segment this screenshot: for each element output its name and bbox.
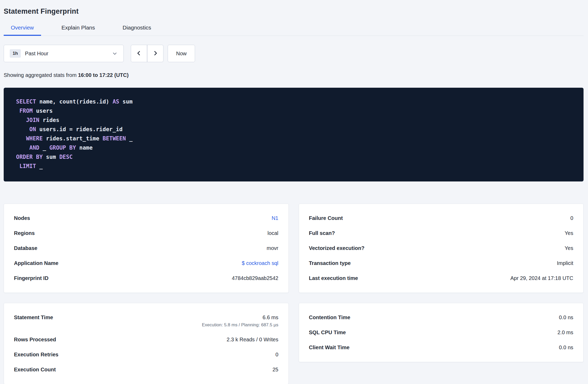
sql-line: ON users.id = rides.rider_id <box>16 125 571 134</box>
card-statement-details: NodesN1RegionslocalDatabasemovrApplicati… <box>4 204 289 293</box>
stat-label: Application Name <box>14 260 58 266</box>
stat-row: Fingerprint ID4784cb829aab2542 <box>14 271 278 286</box>
range-step-buttons <box>131 45 163 62</box>
tab-bar: OverviewExplain PlansDiagnostics <box>4 20 584 36</box>
stat-subtext: Execution: 5.8 ms / Planning: 687.5 µs <box>202 322 278 328</box>
stat-row: Transaction typeImplicit <box>309 256 574 271</box>
card-timing-stats: Statement Time6.6 msExecution: 5.8 ms / … <box>4 303 289 384</box>
stat-value: 0 <box>570 215 573 221</box>
stat-row: NodesN1 <box>14 211 278 226</box>
stat-label: Transaction type <box>309 260 351 266</box>
stat-label: Vectorized execution? <box>309 245 365 251</box>
prev-range-button[interactable] <box>131 45 147 62</box>
stat-value: Implicit <box>557 260 573 266</box>
stat-value: local <box>267 230 278 236</box>
stat-value-wrap: 4784cb829aab2542 <box>232 275 278 281</box>
now-button[interactable]: Now <box>168 45 195 62</box>
stat-row: Vectorized execution?Yes <box>309 241 574 256</box>
stat-label: SQL CPU Time <box>309 329 346 336</box>
stat-label: Execution Count <box>14 367 56 373</box>
summary-range: 16:00 to 17:22 (UTC) <box>78 72 128 78</box>
stat-value: Yes <box>565 245 573 251</box>
stat-label: Full scan? <box>309 230 335 236</box>
stat-row: Databasemovr <box>14 241 278 256</box>
stat-value-wrap: Apr 29, 2024 at 17:18 UTC <box>510 275 573 281</box>
sql-line: FROM users <box>16 106 571 116</box>
stat-label: Failure Count <box>309 215 343 221</box>
sql-line: SELECT name, count(rides.id) AS sum <box>16 97 571 106</box>
stat-label: Rows Processed <box>14 337 56 343</box>
time-range-select[interactable]: 1h Past Hour <box>4 45 124 62</box>
stat-value: 6.6 ms <box>202 314 278 321</box>
stat-value: movr <box>267 245 278 251</box>
tab-overview[interactable]: Overview <box>4 20 41 36</box>
time-range-badge: 1h <box>10 49 21 58</box>
next-range-button[interactable] <box>147 45 163 62</box>
card-execution-attributes: Failure Count0Full scan?YesVectorized ex… <box>299 204 584 293</box>
sql-line: ORDER BY sum DESC <box>16 152 571 162</box>
time-controls: 1h Past Hour Now <box>4 45 584 62</box>
chevron-left-icon <box>136 50 142 57</box>
stat-value: Yes <box>565 230 573 236</box>
stat-value-wrap: 6.6 msExecution: 5.8 ms / Planning: 687.… <box>202 314 278 328</box>
stat-row: Execution Retries0 <box>14 347 278 362</box>
stat-row: Last execution timeApr 29, 2024 at 17:18… <box>309 271 574 286</box>
stat-value-wrap: 0 <box>570 215 573 221</box>
stat-row: Application Name$ cockroach sql <box>14 256 278 271</box>
stat-value-link[interactable]: N1 <box>272 215 278 221</box>
stat-value-wrap: $ cockroach sql <box>242 260 278 266</box>
time-range-label: Past Hour <box>25 51 48 57</box>
stat-row: Client Wait Time0.0 ns <box>309 340 574 355</box>
stat-value: Apr 29, 2024 at 17:18 UTC <box>510 275 573 281</box>
sql-line: WHERE rides.start_time BETWEEN _ <box>16 134 571 143</box>
stat-value-wrap: Yes <box>565 230 573 236</box>
stat-value-wrap: 25 <box>272 367 278 373</box>
card-wait-stats: Contention Time0.0 nsSQL CPU Time2.0 msC… <box>299 303 584 362</box>
page-title: Statement Fingerprint <box>4 7 584 16</box>
sql-line: JOIN rides <box>16 116 571 125</box>
stat-label: Last execution time <box>309 275 358 281</box>
sql-line: AND _ GROUP BY name <box>16 143 571 152</box>
stat-row: Failure Count0 <box>309 211 574 226</box>
stat-label: Nodes <box>14 215 30 221</box>
stat-value: 2.3 k Reads / 0 Writes <box>227 337 278 343</box>
stat-value: 25 <box>272 367 278 373</box>
stat-row: Rows Processed2.3 k Reads / 0 Writes <box>14 332 278 347</box>
stat-row: Contention Time0.0 ns <box>309 310 574 325</box>
tab-diagnostics[interactable]: Diagnostics <box>116 20 158 36</box>
stat-row: SQL CPU Time2.0 ms <box>309 325 574 340</box>
tab-explain-plans[interactable]: Explain Plans <box>54 20 102 36</box>
stat-label: Database <box>14 245 37 251</box>
stat-label: Statement Time <box>14 314 53 321</box>
stat-value-wrap: local <box>267 230 278 236</box>
stat-row: Full scan?Yes <box>309 226 574 241</box>
stat-row: Execution Count25 <box>14 362 278 377</box>
stats-cards-grid: NodesN1RegionslocalDatabasemovrApplicati… <box>4 204 584 384</box>
stat-value: 4784cb829aab2542 <box>232 275 278 281</box>
stat-label: Contention Time <box>309 314 350 321</box>
stat-value: 2.0 ms <box>557 329 573 336</box>
stat-row: Statement Time6.6 msExecution: 5.8 ms / … <box>14 310 278 332</box>
stat-value: 0 <box>275 352 278 358</box>
stat-value-wrap: movr <box>267 245 278 251</box>
stat-value: 0.0 ns <box>559 344 573 351</box>
stat-value-wrap: 0.0 ns <box>559 314 573 321</box>
aggregated-stats-summary: Showing aggregated stats from 16:00 to 1… <box>4 72 584 78</box>
stat-value-wrap: 2.3 k Reads / 0 Writes <box>227 337 278 343</box>
chevron-right-icon <box>152 50 158 57</box>
stat-value-wrap: 2.0 ms <box>557 329 573 336</box>
stat-row: Regionslocal <box>14 226 278 241</box>
stat-value-wrap: Yes <box>565 245 573 251</box>
stat-value-wrap: 0.0 ns <box>559 344 573 351</box>
statement-fingerprint-page: Statement Fingerprint OverviewExplain Pl… <box>0 0 588 384</box>
stat-value-wrap: Implicit <box>557 260 573 266</box>
stat-label: Execution Retries <box>14 352 58 358</box>
stat-value-link[interactable]: $ cockroach sql <box>242 260 278 266</box>
sql-line: LIMIT _ <box>16 162 571 171</box>
sql-statement-block: SELECT name, count(rides.id) AS sum FROM… <box>4 88 584 181</box>
summary-prefix: Showing aggregated stats from <box>4 72 77 78</box>
chevron-down-icon <box>112 51 118 56</box>
stat-label: Fingerprint ID <box>14 275 48 281</box>
stat-value-wrap: 0 <box>275 352 278 358</box>
stat-label: Regions <box>14 230 35 236</box>
